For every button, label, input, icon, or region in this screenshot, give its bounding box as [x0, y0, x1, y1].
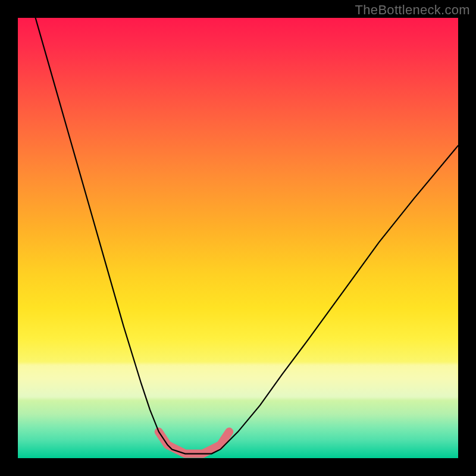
chart-frame: TheBottleneck.com — [0, 0, 476, 476]
curve-layer — [18, 18, 458, 458]
watermark-text: TheBottleneck.com — [355, 2, 470, 18]
bottleneck-curve — [36, 18, 458, 454]
plot-area — [18, 18, 458, 458]
